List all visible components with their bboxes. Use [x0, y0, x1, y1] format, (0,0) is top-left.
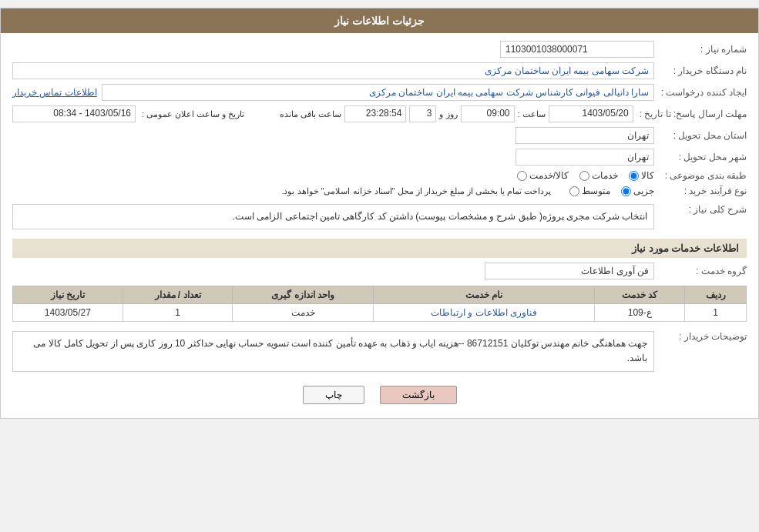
- sharh-value: انتخاب شرکت مجری پروژه( طبق شرح و مشخصات…: [12, 204, 654, 229]
- shmarehniaz-row: شماره نیاز : 1103001038000071: [12, 41, 747, 58]
- col-namkhadamat: نام خدمت: [374, 286, 595, 304]
- contact-link[interactable]: اطلاعات تماس خریدار: [12, 87, 97, 98]
- cell-radif: 1: [685, 304, 747, 322]
- radio-kala-khadamat-label: کالا/خدمت: [529, 170, 569, 181]
- ostan-row: استان محل تحویل : تهران: [12, 127, 747, 144]
- saatlabel: ساعت باقی مانده: [280, 109, 341, 119]
- deadline-time: 09:00: [461, 105, 515, 122]
- grohkhadamat-row: گروه خدمت : فن آوری اطلاعات: [12, 263, 747, 279]
- noefar-note: پرداخت تمام یا بخشی از مبلغ خریدار از مح…: [281, 186, 551, 196]
- radio-kala-khadamat[interactable]: [517, 171, 527, 181]
- radio-kala-label: کالا: [641, 170, 654, 181]
- grohkhadamat-label: گروه خدمت :: [654, 266, 747, 276]
- grohkhadamat-value: فن آوری اطلاعات: [485, 263, 654, 279]
- radio-motosat[interactable]: [569, 186, 579, 196]
- roz-label: روز و: [439, 109, 457, 119]
- col-tarikhniyaz: تاریخ نیاز: [13, 286, 123, 304]
- tosihat-value: جهت هماهنگی خانم مهندس توکلیان 86712151 …: [12, 331, 654, 371]
- deadline-date: 1403/05/20: [549, 105, 633, 122]
- radio-kala-khadamat-item: کالا/خدمت: [517, 170, 569, 181]
- mohlatarsal-label: مهلت ارسال پاسخ: تا تاریخ :: [633, 109, 747, 119]
- cell-vahed: خدمت: [233, 304, 374, 322]
- eijadkonande-value: سارا دانیالی فیوانی کارشناس شرکت سهامی ب…: [102, 84, 654, 101]
- radio-khadamat[interactable]: [579, 171, 589, 181]
- tosihat-label: توضیحات خریدار :: [654, 328, 747, 342]
- sharh-row: شرح کلی نیاز : انتخاب شرکت مجری پروژه( ط…: [12, 201, 747, 233]
- cell-tarikhniyaz: 1403/05/27: [13, 304, 123, 322]
- col-tedadmogdar: تعداد / مقدار: [123, 286, 233, 304]
- page-title: جزئیات اطلاعات نیاز: [334, 15, 425, 27]
- radio-kala-item: کالا: [629, 170, 654, 181]
- tosihat-row: توضیحات خریدار : جهت هماهنگی خانم مهندس …: [12, 328, 747, 374]
- table-row: 1 ع-109 فناوری اطلاعات و ارتباطات خدمت 1…: [13, 304, 747, 322]
- namedastgah-value: شرکت سهامی بیمه ایران ساختمان مرکزی: [12, 62, 654, 79]
- cell-kodkhadamat: ع-109: [595, 304, 685, 322]
- time-label: ساعت :: [518, 109, 546, 119]
- radio-kala[interactable]: [629, 171, 639, 181]
- cell-namkhadamat: فناوری اطلاعات و ارتباطات: [374, 304, 595, 322]
- ostan-value: تهران: [516, 127, 654, 144]
- radio-jozii-label: جزیی: [633, 186, 654, 196]
- announce-label: تاریخ و ساعت اعلان عمومی :: [142, 109, 244, 119]
- ostan-label: استان محل تحویل :: [654, 130, 747, 141]
- radio-motosat-label: متوسط: [582, 186, 610, 196]
- shahr-label: شهر محل تحویل :: [654, 152, 747, 162]
- services-table: ردیف کد خدمت نام خدمت واحد اندازه گیری ت…: [12, 286, 747, 322]
- mohlatarsalrow: مهلت ارسال پاسخ: تا تاریخ : 1403/05/20 س…: [12, 105, 747, 122]
- radio-khadamat-label: خدمات: [592, 170, 618, 181]
- cell-tedadmogdar: 1: [123, 304, 233, 322]
- noefar-label: نوع فرآیند خرید :: [654, 186, 747, 196]
- remaining-time: 23:28:54: [344, 105, 406, 122]
- radio-motosat-item: متوسط: [569, 186, 610, 196]
- shmarehniaz-value: 1103001038000071: [500, 41, 654, 58]
- tabaqabandi-radios: کالا/خدمت خدمات کالا: [517, 170, 654, 181]
- back-button[interactable]: بازگشت: [380, 386, 457, 404]
- footer-buttons: بازگشت چاپ: [12, 386, 747, 404]
- tabaqabandi-row: طبقه بندی موضوعی : کالا/خدمت خدمات کالا: [12, 170, 747, 181]
- noefar-row: نوع فرآیند خرید : متوسط جزیی پرداخت تمام…: [12, 186, 747, 196]
- eijadkonande-row: ایجاد کننده درخواست : سارا دانیالی فیوان…: [12, 84, 747, 101]
- col-kodkhadamat: کد خدمت: [595, 286, 685, 304]
- col-vahed: واحد اندازه گیری: [233, 286, 374, 304]
- section-khadamat-title: اطلاعات خدمات مورد نیاز: [12, 239, 747, 258]
- radio-khadamat-item: خدمات: [579, 170, 618, 181]
- announce-value: 1403/05/16 - 08:34: [12, 105, 136, 122]
- namedastgah-label: نام دستگاه خریدار :: [654, 65, 747, 76]
- radio-jozii-item: جزیی: [621, 186, 654, 196]
- shahr-row: شهر محل تحویل : تهران: [12, 149, 747, 166]
- namedastgah-row: نام دستگاه خریدار : شرکت سهامی بیمه ایرا…: [12, 62, 747, 79]
- col-radif: ردیف: [685, 286, 747, 304]
- print-button[interactable]: چاپ: [303, 386, 364, 404]
- shmarehniaz-label: شماره نیاز :: [654, 44, 747, 55]
- tabaqabandi-label: طبقه بندی موضوعی :: [654, 170, 747, 181]
- noefar-radios: متوسط جزیی: [569, 186, 654, 196]
- sharh-label: شرح کلی نیاز :: [654, 201, 747, 215]
- radio-jozii[interactable]: [621, 186, 631, 196]
- eijadkonande-label: ایجاد کننده درخواست :: [654, 87, 747, 98]
- services-table-section: ردیف کد خدمت نام خدمت واحد اندازه گیری ت…: [12, 286, 747, 322]
- shahr-value: تهران: [516, 149, 654, 166]
- roz-value: 3: [409, 105, 436, 122]
- page-header: جزئیات اطلاعات نیاز: [1, 8, 758, 33]
